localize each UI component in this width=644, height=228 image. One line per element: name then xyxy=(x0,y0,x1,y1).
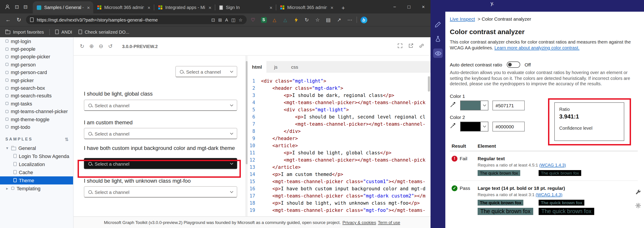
remount-icon[interactable]: ↻ xyxy=(80,43,84,49)
tab-close-icon[interactable]: × xyxy=(330,5,334,10)
sidebar-item-mgt-teams-channel-picker[interactable]: mgt-teams-channel-picker xyxy=(0,107,73,115)
stylus-tool-icon[interactable] xyxy=(433,20,443,29)
sidebar-item-theme-selected[interactable]: Theme xyxy=(0,176,73,184)
check-serialized-bookmark-link[interactable]: Check serialized DO... xyxy=(85,29,130,34)
sidebar-group-general[interactable]: ▾ General xyxy=(0,144,73,152)
favorites-icon[interactable]: ☆ xyxy=(312,17,323,23)
color1-hex-input[interactable] xyxy=(492,100,525,110)
learn-more-link[interactable]: Learn more about analyzing color contras… xyxy=(494,45,580,50)
lightning-extension-icon[interactable] xyxy=(290,17,301,23)
workspaces-icon[interactable]: ⊡ xyxy=(15,4,19,9)
search-icon xyxy=(88,190,92,194)
canvas-scrollbar[interactable] xyxy=(245,56,248,216)
eyedropper-icon[interactable] xyxy=(450,122,456,130)
inspect-eye-icon[interactable] xyxy=(433,49,443,58)
collapse-all-icon[interactable]: ⇅ xyxy=(65,137,68,142)
browser-tab[interactable]: Microsoft 365 admin c... × xyxy=(94,1,154,14)
browser-tab[interactable]: Microsoft 365 admin c... × xyxy=(276,1,337,14)
tab-css[interactable]: css xyxy=(285,61,304,73)
swatch-chevron[interactable] xyxy=(480,122,488,131)
sidebar-item-mgt-search-box[interactable]: mgt-search-box xyxy=(0,84,73,92)
fullscreen-icon[interactable] xyxy=(397,42,403,50)
sidebar-item-mgt-person[interactable]: mgt-person xyxy=(0,61,73,68)
tab-close-icon[interactable]: × xyxy=(86,5,91,10)
wcag-link[interactable]: (WCAG 1.4.3) xyxy=(539,162,566,167)
split-screen-icon[interactable]: ◫ xyxy=(231,17,236,22)
back-icon[interactable]: ← xyxy=(3,17,14,23)
sidebar-group-templating[interactable]: ▸ Templating xyxy=(0,184,73,192)
channel-picker-dropdown[interactable]: Select a channel xyxy=(84,128,237,139)
color1-swatch-dropdown[interactable] xyxy=(460,100,488,110)
andi-triangle2-icon[interactable]: △ xyxy=(280,17,290,22)
eyedropper-icon[interactable] xyxy=(450,101,456,109)
channel-picker-dropdown[interactable]: Select a channel xyxy=(175,66,237,77)
terms-of-use-link[interactable]: Term of use xyxy=(378,220,400,225)
tab-actions-icon[interactable]: ⊟ xyxy=(23,4,27,9)
copy-link-icon[interactable] xyxy=(419,42,424,50)
tab-html[interactable]: html xyxy=(248,61,266,73)
tab-close-icon[interactable]: × xyxy=(147,5,151,10)
wcag-link[interactable]: (WCAG 1.4.3) xyxy=(536,192,562,197)
gear-icon[interactable] xyxy=(635,202,641,210)
close-button[interactable]: × xyxy=(416,0,430,14)
andi-bookmark-link[interactable]: ANDI xyxy=(62,29,72,34)
read-aloud-icon[interactable]: A xyxy=(225,17,228,22)
sidebar-item-mgt-todo[interactable]: mgt-todo xyxy=(0,123,73,131)
sidebar-item-mgt-search-results[interactable]: mgt-search-results xyxy=(0,92,73,100)
profile-icon[interactable] xyxy=(4,4,10,10)
browser-tab-active[interactable]: Samples / General - Th... × xyxy=(33,1,94,14)
sidebar-item-mgt-login[interactable]: mgt-login xyxy=(0,37,73,45)
color2-hex-input[interactable] xyxy=(492,121,525,131)
extension-s-icon[interactable]: S xyxy=(258,17,269,23)
refresh-icon[interactable]: ↻ xyxy=(14,17,24,23)
share-icon[interactable]: ↗ xyxy=(334,17,344,23)
address-bar[interactable]: https://mgt.dev/next/v3/?path=/story/sam… xyxy=(26,15,247,24)
sidebar-item-mgt-theme-toggle[interactable]: mgt-theme-toggle xyxy=(0,115,73,123)
browser-tab[interactable]: Integrated apps - Mic... × xyxy=(154,1,215,14)
sidebar-item-cache[interactable]: Cache xyxy=(0,168,73,176)
tab-close-icon[interactable]: × xyxy=(208,5,212,10)
beaker-tool-icon[interactable] xyxy=(433,34,443,44)
new-tab-button[interactable]: + xyxy=(342,5,345,11)
import-favorites-link[interactable]: Import favorites xyxy=(13,29,44,34)
zoom-reset-icon[interactable]: ↺ xyxy=(108,43,112,49)
code-editor[interactable]: 1<div class="mgt-light">2 <header class=… xyxy=(248,73,430,216)
zoom-in-icon[interactable]: ⊕ xyxy=(89,43,94,49)
auto-detect-toggle[interactable] xyxy=(506,62,520,68)
url-text[interactable]: https://mgt.dev/next/v3/?path=/story/sam… xyxy=(37,17,208,22)
minimize-button[interactable]: − xyxy=(388,0,402,14)
apps-grid-icon[interactable]: ⊞ xyxy=(218,17,222,22)
sidebar-item-mgt-people-picker[interactable]: mgt-people-picker xyxy=(0,53,73,61)
browser-essentials-heart-icon[interactable]: ♡ xyxy=(248,17,258,23)
privacy-cookies-link[interactable]: Privacy & cookies xyxy=(342,220,376,225)
sync-extension-icon[interactable]: ↻ xyxy=(301,17,312,23)
scrollbar-thumb[interactable] xyxy=(246,61,247,164)
sidebar-item-localization[interactable]: Localization xyxy=(0,160,73,168)
sidebar-item-mgt-picker[interactable]: mgt-picker xyxy=(0,76,73,84)
sidebar-item-mgt-person-card[interactable]: mgt-person-card xyxy=(0,68,73,76)
open-new-tab-icon[interactable] xyxy=(408,42,414,50)
favorite-star-icon[interactable]: ☆ xyxy=(238,17,242,22)
bing-copilot-icon[interactable]: b xyxy=(358,16,369,23)
sidebar-item-mgt-people[interactable]: mgt-people xyxy=(0,45,73,53)
zoom-out-icon[interactable]: ⊖ xyxy=(99,43,103,49)
live-inspect-link[interactable]: Live Inspect xyxy=(450,16,475,22)
enhance-icon[interactable]: ⊡ xyxy=(211,17,215,22)
swatch-chevron[interactable] xyxy=(480,101,488,110)
channel-picker-dropdown-dark[interactable]: Select a channel xyxy=(84,158,237,169)
sidebar-item-login-to-show-agenda[interactable]: Login To Show Agenda xyxy=(0,152,73,160)
collections-icon[interactable]: ▤ xyxy=(323,17,334,23)
browser-tab[interactable]: Sign In × xyxy=(216,1,276,14)
tab-close-icon[interactable]: × xyxy=(269,5,273,10)
sidebar-item-mgt-tasks[interactable]: mgt-tasks xyxy=(0,100,73,107)
channel-picker-dropdown[interactable]: Select a channel xyxy=(84,100,237,111)
site-info-icon[interactable] xyxy=(30,18,34,22)
settings-ellipsis-icon[interactable]: ⋯ xyxy=(344,17,355,23)
channel-picker-dropdown[interactable]: Select a channel xyxy=(84,186,237,197)
tab-js[interactable]: js xyxy=(266,61,285,73)
color2-swatch-dropdown[interactable] xyxy=(460,121,488,131)
wrench-icon[interactable] xyxy=(635,189,641,197)
andi-triangle-icon[interactable]: △ xyxy=(269,17,280,22)
maximize-button[interactable]: □ xyxy=(402,0,416,14)
code-scrollbar-thumb[interactable] xyxy=(428,76,430,92)
